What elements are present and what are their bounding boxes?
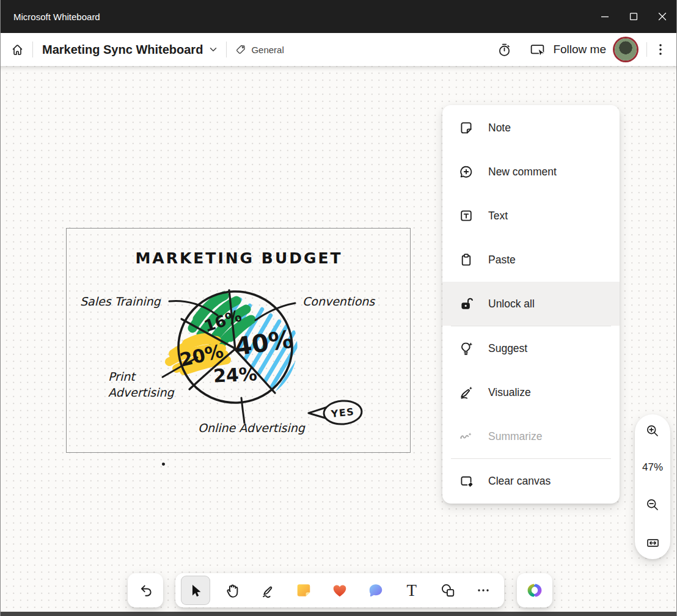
menu-label: Note: [488, 122, 511, 134]
suggest-icon: [458, 340, 474, 356]
zoom-panel: 47%: [635, 414, 670, 559]
maximize-button[interactable]: [619, 0, 648, 33]
timer-icon: [497, 42, 512, 57]
text-tool-glyph: T: [406, 582, 417, 599]
home-button[interactable]: [10, 43, 24, 57]
clear-canvas-icon: [458, 473, 474, 489]
minimize-button[interactable]: [590, 0, 619, 33]
follow-me-label: Follow me: [553, 43, 606, 56]
print-advertising-label-line1: Print: [108, 370, 136, 383]
timer-button[interactable]: [497, 42, 512, 57]
divider: [226, 42, 227, 57]
menu-item-clear-canvas[interactable]: Clear canvas: [442, 459, 620, 503]
comment-bubble-icon: [367, 582, 384, 599]
zoom-level[interactable]: 47%: [642, 461, 663, 474]
ink-pen-icon: [260, 582, 276, 599]
sales-training-label: Sales Training: [80, 295, 161, 308]
menu-label: Clear canvas: [488, 475, 551, 488]
minimize-icon: [601, 12, 609, 21]
drawing-title: MARKETING BUDGET: [135, 249, 342, 267]
menu-label: Summarize: [488, 430, 543, 443]
note-icon: [458, 120, 474, 136]
tool-pen[interactable]: [253, 576, 282, 605]
app-header: Marketing Sync Whiteboard General: [1, 33, 676, 66]
drawing-frame[interactable]: MARKETING BUDGET: [66, 228, 411, 453]
zoom-out-button[interactable]: [645, 497, 660, 512]
conventions-label: Conventions: [302, 295, 375, 308]
copilot-button[interactable]: [517, 573, 552, 607]
menu-label: Unlock all: [488, 298, 535, 310]
text-icon: [458, 208, 474, 224]
shapes-icon: [439, 582, 456, 599]
menu-item-new-comment[interactable]: New comment: [442, 150, 620, 194]
tool-more[interactable]: [469, 576, 498, 605]
tool-pan[interactable]: [217, 576, 246, 605]
fit-to-width-button[interactable]: [645, 535, 661, 551]
tool-bar: T: [175, 573, 504, 607]
more-dots-icon: [476, 583, 491, 598]
menu-label: New comment: [488, 166, 557, 178]
board-title[interactable]: Marketing Sync Whiteboard: [42, 43, 203, 57]
menu-label: Text: [488, 210, 508, 222]
avatar[interactable]: [615, 38, 637, 61]
copilot-icon: [525, 581, 544, 600]
header-actions: Follow me: [497, 38, 667, 61]
online-advertising-label: Online Advertising: [198, 421, 306, 435]
whiteboard-canvas[interactable]: MARKETING BUDGET: [1, 66, 676, 612]
summarize-icon: [458, 428, 474, 444]
menu-item-suggest[interactable]: Suggest: [442, 326, 620, 370]
close-button[interactable]: [648, 0, 676, 33]
more-options-button[interactable]: [654, 42, 667, 57]
sticky-note-icon: [295, 582, 312, 599]
follow-me-button[interactable]: Follow me: [529, 42, 606, 57]
window-title: Microsoft Whiteboard: [1, 12, 590, 22]
ink-dot: [162, 463, 165, 466]
fit-to-width-icon: [645, 535, 661, 551]
board-title-dropdown[interactable]: [208, 45, 218, 54]
menu-label: Suggest: [488, 342, 527, 355]
menu-label: Paste: [488, 254, 516, 266]
home-icon: [10, 43, 24, 57]
menu-item-paste[interactable]: Paste: [442, 238, 620, 282]
marketing-budget-drawing: MARKETING BUDGET: [67, 229, 411, 453]
menu-item-note[interactable]: Note: [442, 106, 620, 150]
undo-icon: [137, 582, 153, 598]
app-window: Microsoft Whiteboard Marketing Sync Whit…: [0, 0, 677, 616]
new-comment-icon: [458, 164, 474, 180]
menu-label: Visualize: [488, 386, 531, 399]
board-tag[interactable]: General: [235, 43, 284, 56]
kebab-menu-icon: [654, 42, 667, 57]
chevron-down-icon: [208, 45, 218, 54]
tool-shapes[interactable]: [433, 576, 463, 605]
online-advertising-value: 24%: [213, 363, 258, 387]
menu-item-summarize: Summarize: [442, 414, 620, 458]
divider: [32, 42, 33, 57]
visualize-icon: [458, 384, 474, 400]
menu-item-text[interactable]: Text: [442, 194, 620, 238]
divider: [646, 42, 647, 57]
tool-heart[interactable]: [325, 576, 354, 605]
title-bar: Microsoft Whiteboard: [1, 0, 676, 33]
tag-icon: [235, 43, 247, 56]
tool-select[interactable]: [181, 576, 210, 605]
close-icon: [658, 12, 667, 21]
zoom-in-icon: [645, 424, 660, 438]
tag-label: General: [251, 45, 284, 55]
tool-sticky-note[interactable]: [289, 576, 318, 605]
zoom-out-icon: [645, 497, 660, 512]
tool-text[interactable]: T: [397, 576, 426, 605]
menu-item-unlock-all[interactable]: Unlock all: [442, 282, 620, 326]
print-advertising-label-line2: Advertising: [108, 386, 174, 399]
paste-icon: [458, 252, 474, 268]
unlock-icon: [458, 296, 474, 312]
canvas-context-menu: Note New comment Text: [442, 105, 620, 504]
follow-me-icon: [529, 42, 546, 57]
zoom-in-button[interactable]: [645, 424, 660, 438]
tool-comment[interactable]: [361, 576, 390, 605]
window-bottom-edge: [1, 612, 676, 616]
yes-speech-bubble: YES: [309, 400, 362, 425]
menu-item-visualize[interactable]: Visualize: [442, 370, 620, 414]
pan-hand-icon: [224, 582, 240, 599]
undo-button[interactable]: [128, 573, 163, 607]
maximize-icon: [629, 12, 638, 21]
